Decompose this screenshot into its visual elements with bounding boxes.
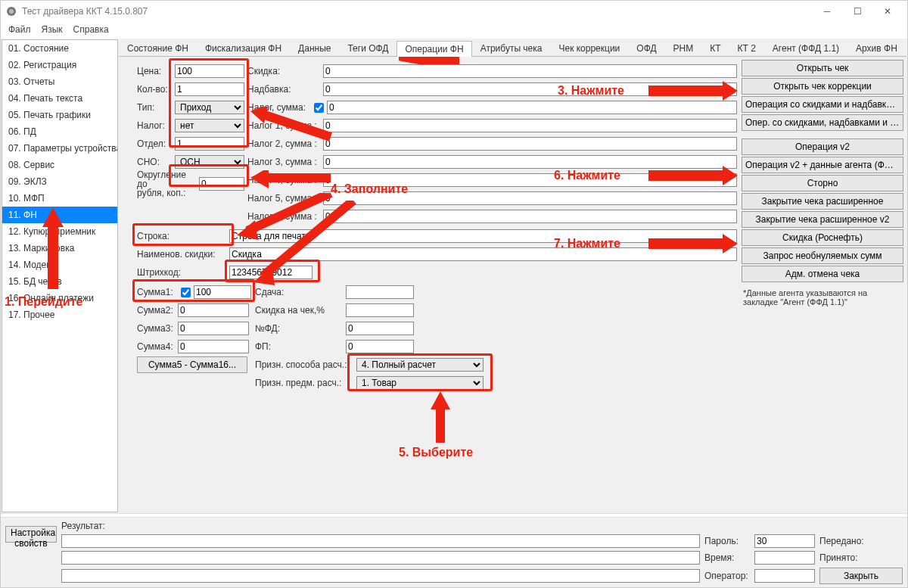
tab-9[interactable]: КТ [701,40,729,56]
type-select[interactable]: Приход [175,101,244,114]
sidebar-item-14[interactable]: 15. БД чеков [2,273,117,290]
tab-7[interactable]: ОФД [628,40,664,56]
fd-input[interactable] [346,322,414,335]
recv-field[interactable] [61,569,700,583]
tab-5[interactable]: Атрибуты чека [472,40,551,56]
pay-method-select[interactable]: 4. Полный расчет [356,358,484,372]
close-check-ext-v2-button[interactable]: Закрытие чека расширенное v2 [742,211,903,228]
tab-12[interactable]: Архив ФН [847,40,906,56]
sidebar-item-7[interactable]: 08. Сервис [2,157,117,173]
chk-disc-input[interactable] [346,303,414,317]
sum4-input[interactable] [178,340,249,353]
qty-input[interactable] [175,82,244,96]
time-field[interactable] [754,551,815,565]
sidebar-item-15[interactable]: 16. Онлайн платежи [2,290,117,306]
operation-v2-button[interactable]: Операция v2 [742,138,903,155]
op-discounts-tax-button[interactable]: Опер. со скидками, надбавками и налогом [742,114,903,131]
tax6-input[interactable] [323,210,737,223]
sidebar-item-16[interactable]: 17. Прочее [2,306,117,323]
dept-spin[interactable] [175,137,244,151]
sidebar-item-3[interactable]: 04. Печать текста [2,90,117,107]
rosneft-discount-button[interactable]: Скидка (Роснефть) [742,229,903,246]
round-input[interactable] [199,177,244,191]
tax4-input[interactable] [323,173,737,187]
pwd-field[interactable] [754,534,815,548]
sidebar-item-6[interactable]: 07. Параметры устройства [2,140,117,157]
tax3-input[interactable] [323,155,737,169]
sidebar: 01. Состояние02. Регистрация03. Отчеты04… [2,39,118,512]
tax1-label: Налог 1, сумма : [247,120,323,131]
sidebar-item-11[interactable]: 12. Купюроприемник [2,223,117,240]
sno-select[interactable]: ОСН [175,155,244,169]
tax-select[interactable]: нет [175,119,244,132]
sidebar-item-9[interactable]: 10. МФП [2,190,117,207]
op-discounts-button[interactable]: Операция со скидками и надбавками [742,96,903,113]
sidebar-item-0[interactable]: 01. Состояние [2,40,117,57]
disc-name-input[interactable] [229,247,737,261]
fp-input[interactable] [346,340,414,353]
barcode-label: Штрихкод: [137,267,229,278]
pay-subj-select[interactable]: 1. Товар [356,376,484,390]
sidebar-item-2[interactable]: 03. Отчеты [2,73,117,90]
props-button[interactable]: Настройка свойств [5,526,57,543]
tax5-input[interactable] [323,191,737,205]
discount-label: Скидка: [247,66,323,76]
tax-sum-input[interactable] [327,101,737,114]
minimize-button[interactable]: ─ [812,1,842,22]
sum1-label: Сумма1: [137,287,178,297]
menu-help[interactable]: Справка [73,24,109,35]
sum4-label: Сумма4: [137,341,178,352]
storno-button[interactable]: Сторно [742,175,903,191]
sum1-check[interactable] [181,288,191,297]
recv-label: Принято: [819,552,903,563]
close-button[interactable]: Закрыть [819,568,903,584]
sum2-input[interactable] [178,303,249,317]
maximize-button[interactable]: ☐ [842,1,872,22]
barcode-input[interactable] [229,266,313,279]
open-check-button[interactable]: Открыть чек [742,60,903,76]
nonreset-sums-button[interactable]: Запрос необнуляемых сумм [742,247,903,264]
tab-0[interactable]: Состояние ФН [119,40,197,56]
sidebar-item-12[interactable]: 13. Маркировка [2,240,117,257]
surcharge-input[interactable] [323,82,737,96]
oper-field[interactable] [754,569,815,583]
svg-point-1 [9,9,14,14]
tab-3[interactable]: Теги ОФД [339,40,396,56]
sent-field[interactable] [61,551,700,565]
adm-cancel-button[interactable]: Адм. отмена чека [742,266,903,282]
sum1-input[interactable] [194,285,251,299]
tab-8[interactable]: РНМ [665,40,702,56]
sum-more-button[interactable]: Сумма5 - Сумма16... [137,356,247,373]
sidebar-item-10[interactable]: 11. ФН [2,207,117,223]
discount-input[interactable] [323,64,737,78]
tab-4[interactable]: Операции ФН [396,41,471,57]
close-window-button[interactable]: ✕ [872,1,903,22]
operation-v2-agent-button[interactable]: Операция v2 + данные агента (ФФД 1.1)* [742,157,903,173]
tab-6[interactable]: Чек коррекции [550,40,628,56]
sidebar-item-5[interactable]: 06. ПД [2,123,117,140]
footer: Результат: Пароль: Настройка свойств Пер… [1,518,907,587]
menu-file[interactable]: Файл [8,24,31,35]
line-input[interactable] [229,229,737,243]
sum3-input[interactable] [178,322,249,335]
change-label: Сдача: [255,287,346,297]
tax-sum-check[interactable] [314,103,324,113]
tab-2[interactable]: Данные [290,40,339,56]
tax1-input[interactable] [323,119,737,132]
close-check-ext-button[interactable]: Закрытие чека расширенное [742,193,903,210]
sidebar-item-8[interactable]: 09. ЭКЛЗ [2,173,117,190]
tab-10[interactable]: КТ 2 [729,40,764,56]
sidebar-item-4[interactable]: 05. Печать графики [2,107,117,123]
tax2-input[interactable] [323,137,737,151]
open-correction-button[interactable]: Открыть чек коррекции [742,78,903,95]
price-input[interactable] [175,64,244,78]
titlebar: Тест драйвера ККТ 4.15.0.807 ─ ☐ ✕ [1,1,907,22]
change-input[interactable] [346,285,414,299]
sidebar-item-13[interactable]: 14. Модем [2,257,117,273]
result-field[interactable] [61,534,700,548]
menu-lang[interactable]: Язык [42,24,63,35]
sidebar-item-1[interactable]: 02. Регистрация [2,57,117,73]
tab-1[interactable]: Фискализация ФН [197,40,290,56]
tab-11[interactable]: Агент (ФФД 1.1) [764,40,847,56]
tax3-label: Налог 3, сумма : [247,157,323,167]
